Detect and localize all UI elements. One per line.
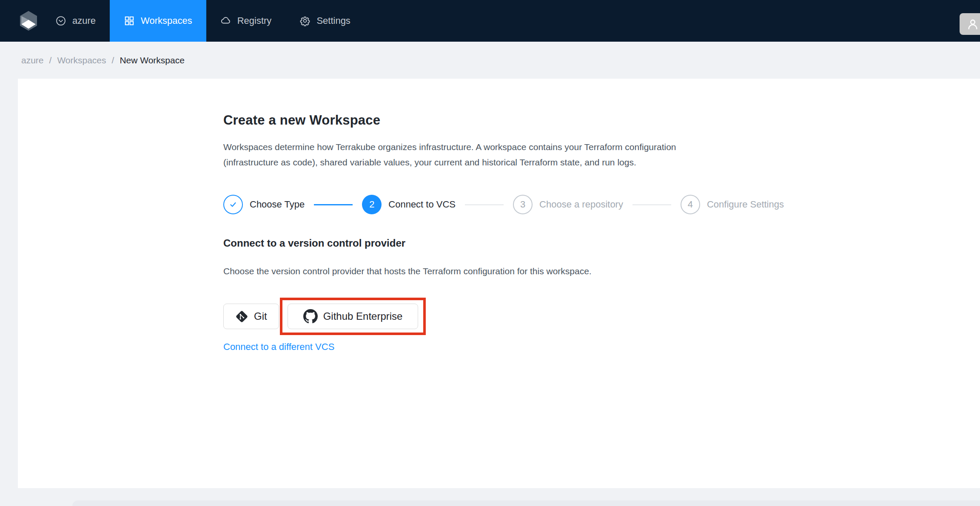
vcs-provider-buttons: Git Github Enterprise — [223, 298, 783, 335]
git-icon — [235, 310, 248, 323]
step-label: Choose a repository — [539, 199, 623, 210]
bottom-shade-strip — [72, 500, 980, 506]
step-connector — [465, 204, 504, 205]
step-configure-settings[interactable]: 4 Configure Settings — [681, 195, 784, 214]
connect-different-vcs-link[interactable]: Connect to a different VCS — [223, 341, 334, 352]
hexagon-cube-icon — [20, 10, 37, 31]
step-choose-type[interactable]: Choose Type — [223, 195, 305, 214]
breadcrumb-current-page: New Workspace — [120, 55, 185, 65]
wizard-content: Create a new Workspace Workspaces determ… — [18, 79, 783, 352]
page-title: Create a new Workspace — [223, 113, 783, 128]
nav-item-label: Workspaces — [141, 15, 192, 26]
nav-item-organization[interactable]: azure — [41, 0, 110, 42]
breadcrumb-separator: / — [49, 55, 52, 65]
github-enterprise-button[interactable]: Github Enterprise — [288, 304, 419, 329]
step-number-circle: 4 — [681, 195, 700, 214]
breadcrumb-separator: / — [112, 55, 114, 65]
chevron-down-circle-icon — [55, 15, 66, 26]
step-connector-done — [314, 204, 353, 205]
github-enterprise-button-label: Github Enterprise — [323, 310, 403, 322]
cloud-icon — [220, 15, 231, 26]
breadcrumb: azure / Workspaces / New Workspace — [0, 42, 980, 65]
step-label: Configure Settings — [707, 199, 784, 210]
nav-item-label: Registry — [237, 15, 272, 26]
nav-item-label: Settings — [316, 15, 350, 26]
nav-item-registry[interactable]: Registry — [206, 0, 286, 42]
step-label: Connect to VCS — [388, 199, 456, 210]
vcs-section-subtext: Choose the version control provider that… — [223, 266, 783, 276]
nav-item-label: azure — [72, 15, 96, 26]
step-number-circle: 3 — [513, 195, 533, 214]
nav-item-settings[interactable]: Settings — [285, 0, 365, 42]
step-label: Choose Type — [250, 199, 305, 210]
vcs-section-heading: Connect to a version control provider — [223, 237, 783, 249]
grid-icon — [124, 15, 135, 26]
top-navbar: azure Workspaces Registry Settings — [0, 0, 980, 42]
gear-icon — [299, 15, 311, 26]
check-icon — [228, 199, 238, 210]
step-connect-to-vcs[interactable]: 2 Connect to VCS — [362, 195, 456, 214]
main-card: Create a new Workspace Workspaces determ… — [18, 79, 980, 488]
step-choose-repository[interactable]: 3 Choose a repository — [513, 195, 623, 214]
github-icon — [303, 309, 318, 324]
terrakube-logo[interactable] — [20, 0, 37, 42]
breadcrumb-org[interactable]: azure — [21, 55, 44, 65]
breadcrumb-workspaces[interactable]: Workspaces — [57, 55, 106, 65]
annotation-highlight-box: Github Enterprise — [280, 298, 426, 335]
git-button-label: Git — [254, 310, 267, 322]
wizard-steps: Choose Type 2 Connect to VCS 3 Choose a … — [223, 195, 784, 214]
nav-item-workspaces[interactable]: Workspaces — [110, 0, 206, 42]
user-avatar-button[interactable] — [960, 13, 980, 35]
step-connector — [632, 204, 671, 205]
git-button[interactable]: Git — [223, 304, 279, 329]
nav-menu: azure Workspaces Registry Settings — [41, 0, 365, 42]
step-check-circle — [223, 195, 243, 214]
workspace-description: Workspaces determine how Terrakube organ… — [223, 139, 783, 170]
person-icon — [966, 17, 980, 31]
step-number-circle: 2 — [362, 195, 382, 214]
